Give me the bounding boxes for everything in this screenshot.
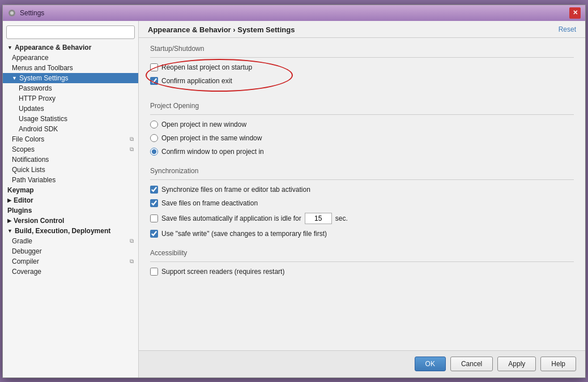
sidebar-item-quick-lists[interactable]: Quick Lists [3, 165, 138, 175]
sidebar-item-updates[interactable]: Updates [3, 104, 138, 114]
project-opening-section: Project Opening Open project in new wind… [150, 102, 574, 157]
open-same-window-label[interactable]: Open project in the same window [161, 134, 262, 142]
main-panel: Appearance & Behavior › System Settings … [139, 21, 585, 377]
sidebar-item-android-sdk[interactable]: Android SDK [3, 124, 138, 134]
confirm-app-exit-checkbox[interactable] [150, 77, 158, 85]
reopen-last-project-row: Reopen last project on startup [150, 62, 252, 72]
startup-divider [150, 57, 574, 58]
save-files-idle-checkbox[interactable] [150, 214, 158, 222]
sidebar-item-file-colors[interactable]: File Colors ⧉ [3, 134, 138, 144]
project-opening-divider [150, 114, 574, 115]
main-header: Appearance & Behavior › System Settings … [139, 21, 585, 38]
main-content: Startup/Shutdown Reopen last project on … [139, 38, 585, 350]
sidebar-item-usage-statistics[interactable]: Usage Statistics [3, 114, 138, 124]
apply-button[interactable]: Apply [497, 357, 536, 371]
settings-window: Settings ✕ ▼ Appearance & Behavior Appea… [2, 5, 586, 378]
copy-icon: ⧉ [130, 146, 134, 153]
sidebar-item-version-control[interactable]: ▶ Version Control [3, 216, 138, 226]
accessibility-section: Accessibility Support screen readers (re… [150, 249, 574, 277]
expand-arrow-icon: ▶ [7, 198, 11, 203]
safe-write-label[interactable]: Use "safe write" (save changes to a temp… [161, 230, 327, 238]
search-input[interactable] [6, 25, 135, 39]
synchronization-title: Synchronization [150, 167, 574, 175]
sidebar-item-passwords[interactable]: Passwords [3, 83, 138, 93]
sync-files-checkbox[interactable] [150, 186, 158, 194]
sidebar-item-compiler[interactable]: Compiler ⧉ [3, 256, 138, 267]
footer: OK Cancel Apply Help [139, 350, 585, 377]
title-bar: Settings ✕ [3, 5, 585, 21]
safe-write-checkbox[interactable] [150, 230, 158, 238]
content-area: ▼ Appearance & Behavior Appearance Menus… [3, 21, 585, 377]
title-bar-left: Settings [7, 8, 44, 18]
svg-point-1 [10, 11, 14, 15]
sync-files-row: Synchronize files on frame or editor tab… [150, 184, 574, 195]
copy-icon: ⧉ [130, 238, 134, 244]
expand-arrow-icon: ▶ [7, 218, 11, 224]
sidebar-item-appearance-behavior[interactable]: ▼ Appearance & Behavior [3, 42, 138, 53]
reopen-last-project-label[interactable]: Reopen last project on startup [161, 63, 252, 71]
accessibility-title: Accessibility [150, 249, 574, 257]
sidebar-item-http-proxy[interactable]: HTTP Proxy [3, 93, 138, 104]
sidebar-item-scopes[interactable]: Scopes ⧉ [3, 144, 138, 154]
expand-arrow-icon: ▼ [7, 228, 12, 234]
sidebar-item-build-exec-deploy[interactable]: ▼ Build, Execution, Deployment [3, 226, 138, 236]
sidebar-item-path-variables[interactable]: Path Variables [3, 175, 138, 185]
save-files-deactivation-label[interactable]: Save files on frame deactivation [161, 199, 258, 207]
save-files-idle-label[interactable]: Save files automatically if application … [161, 214, 301, 222]
sidebar-item-notifications[interactable]: Notifications [3, 154, 138, 165]
sidebar-item-menus-toolbars[interactable]: Menus and Toolbars [3, 63, 138, 73]
screen-readers-checkbox[interactable] [150, 268, 158, 276]
window-title: Settings [20, 9, 44, 17]
save-files-deactivation-row: Save files on frame deactivation [150, 198, 574, 208]
sidebar-item-appearance[interactable]: Appearance [3, 53, 138, 63]
idle-timeout-input[interactable] [305, 213, 332, 224]
expand-arrow-icon: ▼ [7, 45, 12, 50]
cancel-button[interactable]: Cancel [450, 357, 493, 371]
startup-shutdown-title: Startup/Shutdown [150, 45, 574, 53]
copy-icon: ⧉ [130, 136, 134, 143]
close-button[interactable]: ✕ [569, 7, 581, 19]
save-files-deactivation-checkbox[interactable] [150, 199, 158, 207]
confirm-window-radio[interactable] [150, 148, 158, 156]
sidebar-item-gradle[interactable]: Gradle ⧉ [3, 236, 138, 246]
save-files-idle-row: Save files automatically if application … [150, 212, 574, 225]
reopen-last-project-checkbox[interactable] [150, 63, 158, 71]
synchronization-section: Synchronization Synchronize files on fra… [150, 167, 574, 239]
confirm-window-row: Confirm window to open project in [150, 147, 574, 157]
sidebar-item-editor[interactable]: ▶ Editor [3, 195, 138, 205]
sidebar-item-keymap[interactable]: Keymap [3, 185, 138, 195]
ok-button[interactable]: OK [415, 357, 446, 371]
screen-readers-label[interactable]: Support screen readers (requires restart… [161, 268, 284, 276]
startup-shutdown-section: Startup/Shutdown Reopen last project on … [150, 45, 574, 92]
sidebar-item-debugger[interactable]: Debugger [3, 246, 138, 256]
confirm-app-exit-label[interactable]: Confirm application exit [161, 77, 232, 85]
screen-readers-row: Support screen readers (requires restart… [150, 267, 574, 277]
open-same-window-row: Open project in the same window [150, 133, 574, 143]
confirm-app-exit-row: Confirm application exit [150, 76, 252, 86]
open-new-window-label[interactable]: Open project in new window [161, 121, 246, 128]
safe-write-row: Use "safe write" (save changes to a temp… [150, 229, 574, 239]
expand-arrow-icon: ▼ [12, 75, 17, 81]
sidebar-item-plugins[interactable]: Plugins [3, 205, 138, 216]
copy-icon: ⧉ [130, 258, 134, 265]
open-new-window-row: Open project in new window [150, 119, 574, 130]
idle-unit-label: sec. [335, 214, 348, 222]
sync-divider [150, 179, 574, 180]
sidebar-item-coverage[interactable]: Coverage [3, 267, 138, 277]
accessibility-divider [150, 261, 574, 262]
confirm-window-label[interactable]: Confirm window to open project in [161, 148, 264, 156]
open-new-window-radio[interactable] [150, 121, 158, 128]
sidebar-item-system-settings[interactable]: ▼ System Settings [3, 73, 138, 83]
sidebar: ▼ Appearance & Behavior Appearance Menus… [3, 21, 139, 377]
open-same-window-radio[interactable] [150, 134, 158, 142]
settings-app-icon [7, 8, 16, 18]
breadcrumb: Appearance & Behavior › System Settings [148, 25, 295, 34]
project-opening-title: Project Opening [150, 102, 574, 110]
help-button[interactable]: Help [540, 357, 576, 371]
reset-button[interactable]: Reset [559, 25, 576, 33]
sync-files-label[interactable]: Synchronize files on frame or editor tab… [161, 186, 310, 194]
